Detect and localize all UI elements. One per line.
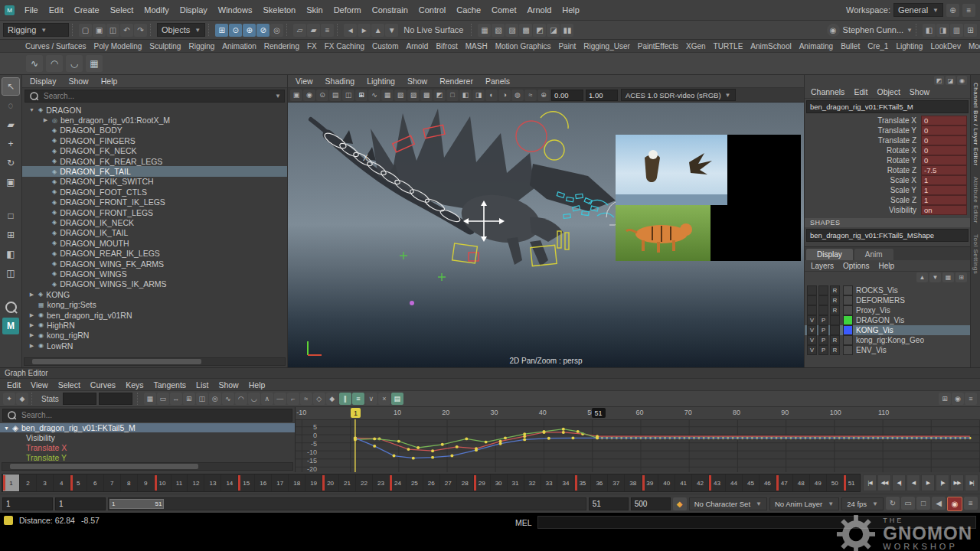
multisample-icon[interactable]: ⊕ [537,90,550,101]
layer-display-type-toggle[interactable]: R [830,345,840,355]
range-slider-handle[interactable]: 1 51 [109,499,164,509]
timeline-frame[interactable]: 20 [322,474,338,491]
channel-box-object-name[interactable]: ben_dragon_rig_v01:FKTail5_M [806,100,969,113]
outliner-menu-item[interactable]: Show [68,77,88,86]
viewport-menu-item[interactable]: View [296,77,313,86]
viewport-menu-item[interactable]: Renderer [439,77,473,86]
expand-arrow-icon[interactable]: ▶ [28,312,35,318]
graph-editor-menu-item[interactable]: View [31,380,48,390]
save-scene-icon[interactable]: ◫ [106,24,119,37]
timeline-frame[interactable]: 33 [541,474,557,491]
snap-align-icon[interactable]: ▲ [371,24,384,37]
channel-value-field[interactable]: 0 [921,145,967,155]
menu-item[interactable]: Modify [139,5,174,15]
channel-value-field[interactable]: 0 [921,155,967,165]
hud-toggle-icon[interactable]: □ [916,497,930,510]
retime-tool-icon[interactable]: ↔ [170,393,182,405]
clapperboard-icon[interactable]: ▭ [901,497,915,510]
ipr-render-icon[interactable]: ▧ [492,24,505,37]
shelf-tab[interactable]: Arnold [402,42,432,51]
pin-graph-icon[interactable]: ◉ [952,393,964,405]
pause-viewport-icon[interactable]: ▮▮ [560,24,573,37]
layer-color-chip[interactable] [843,295,853,305]
shelf-tab[interactable]: Animating [795,42,837,51]
channel-row[interactable]: Translate Y 0 [805,126,967,135]
menu-item[interactable]: Select [105,5,139,15]
ep-curve-tool-icon[interactable]: ∿ [26,55,43,72]
scrollbar-thumb[interactable] [10,464,198,469]
four-pane-layout-icon[interactable]: ⊞ [2,227,19,243]
graph-editor-menu-item[interactable]: Show [218,380,238,390]
layer-display-type-toggle[interactable]: R [830,285,840,295]
outliner-item[interactable]: ◈ DRAGON_BODY [22,126,287,135]
timeline-frame[interactable]: 42 [691,474,708,491]
outliner-item[interactable]: ◈ DRAGON_WINGS [22,269,287,279]
expand-arrow-icon[interactable]: ▶ [28,332,35,338]
expand-arrow-icon[interactable]: ▼ [4,425,9,431]
ge-attribute-row[interactable]: Translate X [0,442,295,452]
mute-sound-icon[interactable]: ◀ [932,497,946,510]
channel-row[interactable]: Translate X 0 [805,116,967,126]
timeline-frame[interactable]: 25 [406,474,423,491]
channel-row[interactable]: Translate Z 0 [805,135,967,145]
resolution-gate-icon[interactable]: ▨ [407,90,420,101]
workspace-menu-icon[interactable]: ≡ [962,4,975,17]
shelf-tab[interactable]: XGen [682,42,710,51]
graph-editor-menu-item[interactable]: Help [249,380,266,390]
timeline-frame[interactable]: 6 [87,474,103,491]
layer-visibility-toggle[interactable]: V [807,345,817,355]
layer-menu-item[interactable]: Layers [811,262,834,270]
make-live-icon[interactable]: ◎ [270,24,283,37]
slider-mode-icon[interactable]: ◩ [934,76,944,85]
timeline-frame[interactable]: 10 [154,474,171,491]
light-editor-icon[interactable]: ▩ [519,24,532,37]
play-backwards-icon[interactable]: ◀ [906,474,920,491]
animation-start-field[interactable]: 1 [2,497,53,510]
outliner-item[interactable]: ▶ ◉ kong_rigRN [22,331,287,341]
sidebar-vertical-tab[interactable]: Channel Box / Layer Editor [972,83,979,166]
viewport-menu-item[interactable]: Panels [485,77,510,86]
render-settings-icon[interactable]: ▨ [505,24,518,37]
frame-all-icon[interactable]: ◨ [472,90,485,101]
bezier-curve-tool-icon[interactable]: ◡ [66,55,83,72]
construction-history-icon[interactable]: ≡ [321,24,334,37]
outliner-item[interactable]: ◈ DRAGON_REAR_IK_LEGS [22,248,287,258]
open-scene-icon[interactable]: ▣ [93,24,106,37]
play-forwards-icon[interactable]: ▶ [921,474,935,491]
timeline-frame[interactable]: 28 [456,474,473,491]
snap-to-curve-icon[interactable]: ⊙ [229,24,242,37]
arc-tool-icon[interactable]: ◠ [46,55,63,72]
menu-item[interactable]: Skeleton [257,5,301,15]
render-view-icon[interactable]: ▦ [478,24,491,37]
channel-box-menu-item[interactable]: Edit [854,87,867,96]
gamma-field[interactable]: 1.00 [586,90,618,101]
menu-item[interactable]: Comet [486,5,521,15]
shelf-tab[interactable]: PaintEffects [634,42,682,51]
shelf-tab[interactable]: Rigging [185,42,218,51]
film-gate-icon[interactable]: ▧ [394,90,407,101]
layer-editor-tab[interactable]: Display [806,249,853,260]
timeline-frame[interactable]: 16 [254,474,271,491]
menu-item[interactable]: Windows [213,5,258,15]
auto-keyframe-icon[interactable]: ◉ [947,497,962,511]
timeline-frame[interactable]: 19 [305,474,322,491]
timeline-frame[interactable]: 49 [809,474,826,491]
ge-attribute-row[interactable]: Visibility [0,432,295,442]
sidebar-channel-box-icon[interactable]: ⊞ [964,24,977,37]
ge-attribute-row[interactable]: Translate Y [0,452,295,462]
expand-arrow-icon[interactable]: ▶ [42,117,49,123]
expand-arrow-icon[interactable]: ▶ [28,292,35,298]
timeline-frame[interactable]: 51 [843,474,860,491]
shelf-tab[interactable]: TURTLE [710,42,747,51]
timeline-frame[interactable]: 2 [19,474,36,491]
layer-row[interactable]: V P R ENV_Vis [805,345,970,355]
timeline[interactable]: 1234567891011121314151617181920212223242… [2,474,861,492]
workspace-select[interactable]: General▼ [893,3,943,17]
persp-graph-layout-icon[interactable]: ◫ [2,265,19,282]
ge-hscrollbar[interactable] [2,462,293,471]
timeline-frame[interactable]: 44 [725,474,742,491]
stats-value-field[interactable] [99,393,132,405]
layer-visibility-toggle[interactable] [807,285,817,295]
timeline-frame[interactable]: 14 [220,474,237,491]
shelf-tab[interactable]: Paint [554,42,580,51]
